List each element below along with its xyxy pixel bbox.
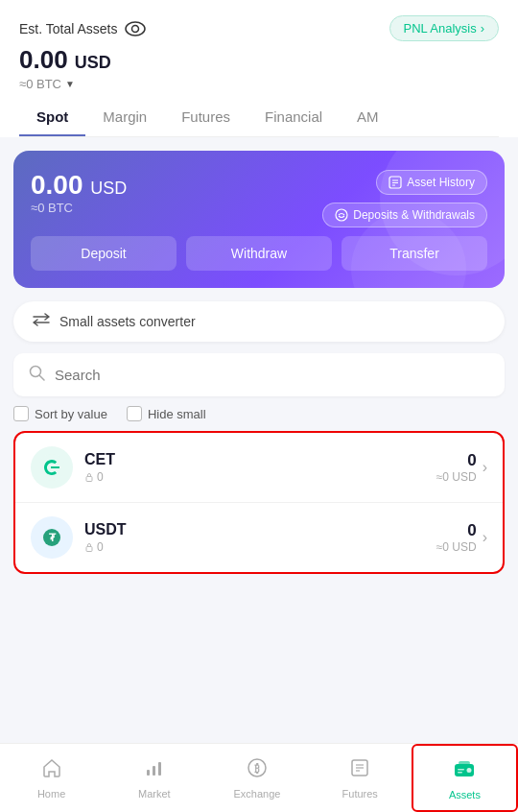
- search-bar: [13, 353, 505, 396]
- svg-rect-16: [153, 766, 155, 776]
- assets-icon: [453, 756, 476, 785]
- asset-list: CET 0 0 ≈0 USD › ₮: [13, 431, 505, 574]
- exchange-icon: ₿: [247, 757, 268, 784]
- dropdown-arrow-icon[interactable]: ▼: [65, 79, 75, 89]
- deposit-button[interactable]: Deposit: [31, 236, 177, 271]
- tab-financial[interactable]: Financial: [247, 99, 340, 136]
- deposits-label: Deposits & Withdrawals: [353, 208, 475, 222]
- total-assets-currency: USD: [75, 53, 111, 72]
- bottom-nav: Home Market ₿ Exchange: [0, 743, 518, 812]
- nav-assets-label: Assets: [449, 789, 481, 800]
- usdt-amount-value: 0: [436, 521, 477, 540]
- card-usd-value: 0.00 USD: [31, 170, 127, 201]
- tab-futures[interactable]: Futures: [164, 99, 247, 136]
- btc-equiv-text: ≈0 BTC: [19, 77, 61, 91]
- total-assets-value: 0.00 USD: [19, 45, 499, 75]
- svg-rect-15: [147, 770, 150, 776]
- hide-small-label: Hide small: [148, 407, 206, 421]
- filter-row: Sort by value Hide small: [13, 406, 505, 421]
- nav-exchange-label: Exchange: [234, 788, 281, 800]
- svg-rect-10: [86, 476, 92, 481]
- cet-chevron-icon: ›: [483, 459, 487, 476]
- chevron-right-icon: ›: [481, 21, 484, 36]
- converter-label: Small assets converter: [59, 314, 196, 329]
- cet-locked-amount: 0: [97, 470, 104, 484]
- usdt-locked-amount: 0: [97, 540, 104, 554]
- header-top: Est. Total Assets PNL Analysis ›: [19, 15, 499, 41]
- nav-market-label: Market: [138, 788, 171, 800]
- asset-history-button[interactable]: Asset History: [376, 170, 487, 195]
- svg-rect-17: [158, 762, 161, 776]
- withdraw-button[interactable]: Withdraw: [186, 236, 332, 271]
- nav-home-label: Home: [37, 788, 65, 800]
- card-amount: 0.00: [31, 170, 83, 200]
- card-action-buttons: Deposit Withdraw Transfer: [31, 236, 487, 271]
- sort-by-value-label: Sort by value: [35, 407, 107, 421]
- card-currency: USD: [90, 179, 127, 198]
- eye-icon[interactable]: [125, 18, 146, 39]
- sort-by-value-filter[interactable]: Sort by value: [13, 406, 107, 421]
- hide-small-checkbox[interactable]: [127, 406, 142, 421]
- svg-line-8: [39, 375, 44, 380]
- search-input[interactable]: [55, 367, 489, 383]
- usdt-right: 0 ≈0 USD ›: [436, 521, 487, 554]
- svg-rect-2: [389, 177, 401, 188]
- usdt-symbol: USDT: [84, 521, 436, 538]
- transfer-button[interactable]: Transfer: [341, 236, 487, 271]
- converter-icon: [33, 313, 50, 330]
- est-total-label: Est. Total Assets: [19, 18, 146, 39]
- nav-exchange[interactable]: ₿ Exchange: [205, 744, 308, 812]
- card-left: 0.00 USD ≈0 BTC: [31, 170, 127, 230]
- svg-point-26: [467, 768, 472, 773]
- nav-futures-label: Futures: [342, 788, 378, 800]
- svg-text:₮: ₮: [49, 532, 57, 543]
- cet-usd-value: ≈0 USD: [436, 470, 477, 484]
- market-icon: [144, 757, 165, 784]
- nav-home[interactable]: Home: [0, 744, 103, 812]
- header: Est. Total Assets PNL Analysis › 0.00 US…: [0, 0, 518, 137]
- home-icon: [41, 757, 62, 784]
- deposits-withdrawals-button[interactable]: Deposits & Withdrawals: [322, 203, 487, 227]
- cet-right: 0 ≈0 USD ›: [436, 451, 487, 484]
- nav-assets[interactable]: Assets: [412, 744, 518, 812]
- usdt-info: USDT 0: [84, 521, 436, 554]
- cet-logo: [31, 446, 73, 489]
- cet-amount: 0 ≈0 USD: [436, 451, 477, 484]
- nav-futures[interactable]: Futures: [309, 744, 412, 812]
- pnl-label: PNL Analysis: [404, 21, 477, 36]
- card-btc-equiv: ≈0 BTC: [31, 201, 127, 215]
- btc-equiv-row: ≈0 BTC ▼: [19, 77, 499, 91]
- usdt-locked: 0: [84, 540, 436, 554]
- card-actions: Asset History Deposits & Withdrawals: [322, 170, 487, 227]
- small-assets-converter[interactable]: Small assets converter: [13, 301, 505, 342]
- svg-rect-25: [459, 761, 470, 765]
- cet-locked: 0: [84, 470, 436, 484]
- main-tabs: Spot Margin Futures Financial AM: [19, 99, 499, 137]
- cet-amount-value: 0: [436, 451, 477, 470]
- cet-symbol: CET: [84, 451, 436, 468]
- cet-info: CET 0: [84, 451, 436, 484]
- table-row[interactable]: CET 0 0 ≈0 USD ›: [15, 433, 503, 503]
- table-row[interactable]: ₮ USDT 0 0 ≈0 USD ›: [15, 503, 503, 572]
- nav-market[interactable]: Market: [103, 744, 205, 812]
- svg-point-6: [336, 209, 347, 221]
- pnl-analysis-button[interactable]: PNL Analysis ›: [389, 15, 499, 41]
- tab-am[interactable]: AM: [340, 99, 396, 136]
- usdt-logo: ₮: [31, 516, 73, 559]
- card-top-row: 0.00 USD ≈0 BTC Asset History: [31, 170, 487, 230]
- svg-point-1: [132, 25, 139, 32]
- tab-margin[interactable]: Margin: [85, 99, 164, 136]
- search-icon: [29, 365, 45, 385]
- hide-small-filter[interactable]: Hide small: [127, 406, 206, 421]
- usdt-chevron-icon: ›: [483, 529, 487, 546]
- usdt-amount: 0 ≈0 USD: [436, 521, 477, 554]
- est-label-text: Est. Total Assets: [19, 21, 117, 36]
- asset-card: 0.00 USD ≈0 BTC Asset History: [13, 151, 505, 288]
- svg-text:₿: ₿: [254, 762, 260, 774]
- futures-icon: [349, 757, 370, 784]
- svg-rect-14: [86, 546, 92, 551]
- sort-by-value-checkbox[interactable]: [13, 406, 29, 421]
- svg-rect-27: [458, 769, 464, 771]
- asset-history-label: Asset History: [407, 176, 475, 189]
- tab-spot[interactable]: Spot: [19, 99, 85, 136]
